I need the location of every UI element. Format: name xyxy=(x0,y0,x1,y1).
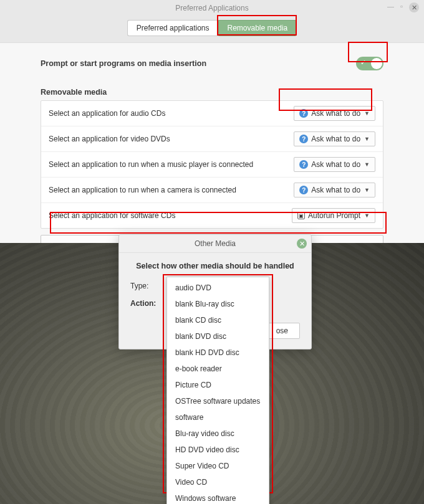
type-option[interactable]: Video CD xyxy=(167,474,269,490)
tab-preferred-applications[interactable]: Preferred applications xyxy=(127,20,218,36)
question-icon: ? xyxy=(299,160,308,169)
type-option[interactable]: blank CD disc xyxy=(167,312,269,328)
tab-label: Removable media xyxy=(228,24,288,32)
tab-removable-media[interactable]: Removable media xyxy=(218,20,297,36)
chevron-down-icon: ▼ xyxy=(364,110,370,116)
chevron-down-icon: ▼ xyxy=(364,212,370,219)
dialog-close-icon[interactable]: ✕ xyxy=(297,239,307,249)
type-option[interactable]: blank DVD disc xyxy=(167,328,269,345)
type-option[interactable]: HD DVD video disc xyxy=(167,442,269,458)
type-option[interactable]: Blu-ray video disc xyxy=(167,426,269,442)
tab-bar: Preferred applications Removable media xyxy=(0,16,424,43)
type-option[interactable]: Windows software xyxy=(167,490,269,504)
dialog-instruction: Select how other media should be handled xyxy=(130,262,300,270)
row-camera: Select an application to run when a came… xyxy=(41,178,383,203)
chevron-down-icon: ▼ xyxy=(364,161,370,168)
dropdown-value: Ask what to do xyxy=(311,160,360,169)
type-label: Type: xyxy=(130,282,160,290)
dropdown-value: Ask what to do xyxy=(311,109,360,118)
prompt-toggle[interactable] xyxy=(356,57,383,70)
row-label: Select an application to run when a came… xyxy=(49,186,236,194)
prompt-label: Prompt or start programs on media insert… xyxy=(41,59,206,68)
content-area: Prompt or start programs on media insert… xyxy=(0,43,424,255)
row-label: Select an application to run when a musi… xyxy=(49,160,253,169)
question-icon: ? xyxy=(299,135,308,143)
type-option[interactable]: software xyxy=(167,409,269,426)
media-panel: Select an application for audio CDs ?Ask… xyxy=(41,100,383,229)
titlebar: Preferred Applications — ▫ ✕ xyxy=(0,0,424,16)
type-option[interactable]: Picture CD xyxy=(167,377,269,393)
section-title: Removable media xyxy=(41,88,383,97)
dropdown-value: Autorun Prompt xyxy=(308,211,360,220)
type-option[interactable]: audio DVD xyxy=(167,280,269,296)
dropdown-video-dvd[interactable]: ?Ask what to do ▼ xyxy=(294,131,375,146)
dropdown-camera[interactable]: ?Ask what to do ▼ xyxy=(294,183,375,197)
row-video-dvd: Select an application for video DVDs ?As… xyxy=(41,126,383,152)
type-option[interactable]: e-book reader xyxy=(167,361,269,377)
row-audio-cd: Select an application for audio CDs ?Ask… xyxy=(41,101,383,126)
chevron-down-icon: ▼ xyxy=(364,187,370,193)
dropdown-value: Ask what to do xyxy=(311,186,360,194)
maximize-icon[interactable]: ▫ xyxy=(400,2,403,12)
action-label: Action: xyxy=(130,299,160,308)
type-option[interactable]: Super Video CD xyxy=(167,458,269,474)
row-label: Select an application for video DVDs xyxy=(49,135,170,143)
window-title: Preferred Applications xyxy=(175,4,248,12)
row-label: Select an application for audio CDs xyxy=(49,109,165,118)
chevron-down-icon: ▼ xyxy=(364,136,370,142)
type-option[interactable]: blank Blu-ray disc xyxy=(167,296,269,312)
dropdown-value: Ask what to do xyxy=(311,135,360,143)
type-dropdown-list[interactable]: audio DVD blank Blu-ray disc blank CD di… xyxy=(166,277,269,504)
row-software-cd: Select an application for software CDs ▣… xyxy=(41,203,383,228)
row-label: Select an application for software CDs xyxy=(49,211,175,220)
tab-label: Preferred applications xyxy=(137,24,210,32)
question-icon: ? xyxy=(299,186,308,194)
minimize-icon[interactable]: — xyxy=(387,2,394,12)
row-music-player: Select an application to run when a musi… xyxy=(41,152,383,178)
dialog-title-text: Other Media xyxy=(195,239,236,248)
type-option[interactable]: blank HD DVD disc xyxy=(167,345,269,361)
dropdown-software-cd[interactable]: ▣Autorun Prompt ▼ xyxy=(292,208,375,223)
dropdown-audio-cd[interactable]: ?Ask what to do ▼ xyxy=(294,106,375,121)
question-icon: ? xyxy=(299,109,308,118)
autorun-icon: ▣ xyxy=(297,212,305,219)
dropdown-music-player[interactable]: ?Ask what to do ▼ xyxy=(294,157,375,172)
type-option[interactable]: OSTree software updates xyxy=(167,393,269,409)
close-icon[interactable]: ✕ xyxy=(409,2,419,12)
dialog-titlebar: Other Media ✕ xyxy=(119,235,311,253)
